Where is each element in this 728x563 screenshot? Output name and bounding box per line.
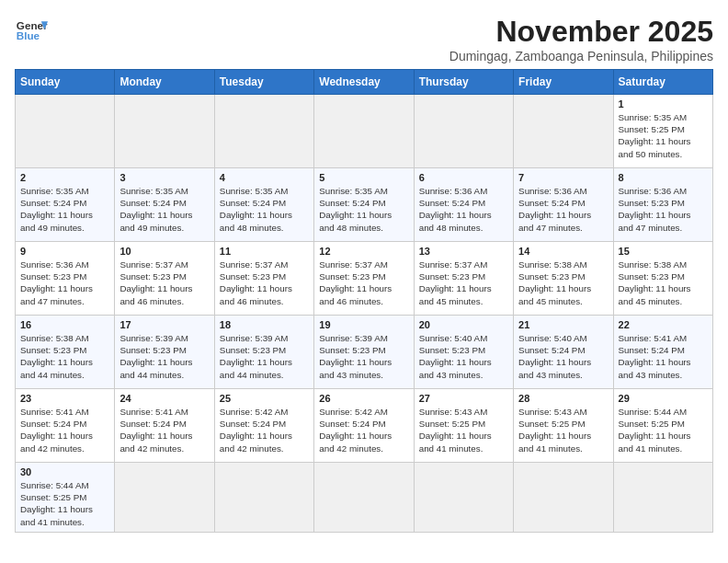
- calendar-cell: [314, 95, 414, 168]
- weekday-header-tuesday: Tuesday: [214, 70, 313, 95]
- calendar-week-3: 9Sunrise: 5:36 AM Sunset: 5:23 PM Daylig…: [16, 242, 713, 316]
- day-number: 20: [419, 319, 508, 330]
- day-number: 15: [619, 246, 708, 257]
- calendar-cell: 7Sunrise: 5:36 AM Sunset: 5:24 PM Daylig…: [514, 168, 613, 242]
- day-number: 13: [419, 246, 508, 257]
- calendar-cell: [613, 463, 712, 533]
- day-number: 22: [619, 319, 708, 330]
- calendar-cell: 9Sunrise: 5:36 AM Sunset: 5:23 PM Daylig…: [16, 242, 115, 316]
- calendar-cell: 21Sunrise: 5:40 AM Sunset: 5:24 PM Dayli…: [514, 316, 613, 389]
- day-info: Sunrise: 5:38 AM Sunset: 5:23 PM Dayligh…: [20, 332, 109, 381]
- day-info: Sunrise: 5:39 AM Sunset: 5:23 PM Dayligh…: [119, 332, 209, 381]
- calendar-cell: [214, 463, 313, 533]
- day-number: 23: [20, 393, 109, 404]
- day-number: 1: [619, 98, 708, 109]
- calendar-cell: 8Sunrise: 5:36 AM Sunset: 5:23 PM Daylig…: [613, 168, 712, 242]
- day-info: Sunrise: 5:36 AM Sunset: 5:24 PM Dayligh…: [419, 185, 508, 234]
- calendar-cell: 19Sunrise: 5:39 AM Sunset: 5:23 PM Dayli…: [314, 316, 414, 389]
- calendar-cell: 3Sunrise: 5:35 AM Sunset: 5:24 PM Daylig…: [115, 168, 214, 242]
- day-info: Sunrise: 5:40 AM Sunset: 5:24 PM Dayligh…: [518, 332, 608, 381]
- calendar-cell: 27Sunrise: 5:43 AM Sunset: 5:25 PM Dayli…: [414, 389, 513, 463]
- day-info: Sunrise: 5:37 AM Sunset: 5:23 PM Dayligh…: [220, 259, 309, 307]
- day-number: 24: [119, 393, 209, 404]
- day-info: Sunrise: 5:41 AM Sunset: 5:24 PM Dayligh…: [119, 406, 209, 454]
- calendar-cell: 14Sunrise: 5:38 AM Sunset: 5:23 PM Dayli…: [514, 242, 613, 316]
- calendar-cell: 13Sunrise: 5:37 AM Sunset: 5:23 PM Dayli…: [414, 242, 513, 316]
- calendar-cell: 2Sunrise: 5:35 AM Sunset: 5:24 PM Daylig…: [16, 168, 115, 242]
- calendar-cell: 10Sunrise: 5:37 AM Sunset: 5:23 PM Dayli…: [115, 242, 214, 316]
- calendar-cell: 4Sunrise: 5:35 AM Sunset: 5:24 PM Daylig…: [214, 168, 313, 242]
- calendar-cell: 25Sunrise: 5:42 AM Sunset: 5:24 PM Dayli…: [214, 389, 313, 463]
- calendar-week-5: 23Sunrise: 5:41 AM Sunset: 5:24 PM Dayli…: [16, 389, 713, 463]
- calendar-cell: [514, 463, 613, 533]
- calendar-cell: [414, 463, 513, 533]
- weekday-header-saturday: Saturday: [613, 70, 712, 95]
- day-number: 7: [518, 172, 608, 183]
- day-number: 16: [20, 319, 109, 330]
- calendar-cell: [314, 463, 414, 533]
- calendar-cell: [115, 95, 214, 168]
- weekday-header-monday: Monday: [115, 70, 214, 95]
- day-number: 5: [319, 172, 408, 183]
- page-header: General Blue November 2025 Dumingag, Zam…: [15, 15, 713, 63]
- calendar-cell: 24Sunrise: 5:41 AM Sunset: 5:24 PM Dayli…: [115, 389, 214, 463]
- day-number: 12: [319, 246, 408, 257]
- calendar-cell: 20Sunrise: 5:40 AM Sunset: 5:23 PM Dayli…: [414, 316, 513, 389]
- calendar-cell: 26Sunrise: 5:42 AM Sunset: 5:24 PM Dayli…: [314, 389, 414, 463]
- calendar-week-6: 30Sunrise: 5:44 AM Sunset: 5:25 PM Dayli…: [16, 463, 713, 533]
- day-info: Sunrise: 5:42 AM Sunset: 5:24 PM Dayligh…: [319, 406, 408, 454]
- calendar-cell: 1Sunrise: 5:35 AM Sunset: 5:25 PM Daylig…: [613, 95, 712, 168]
- calendar-cell: 18Sunrise: 5:39 AM Sunset: 5:23 PM Dayli…: [214, 316, 313, 389]
- day-number: 21: [518, 319, 608, 330]
- day-number: 17: [119, 319, 209, 330]
- day-number: 4: [220, 172, 309, 183]
- day-number: 26: [319, 393, 408, 404]
- day-number: 30: [20, 466, 109, 477]
- calendar-cell: 17Sunrise: 5:39 AM Sunset: 5:23 PM Dayli…: [115, 316, 214, 389]
- day-info: Sunrise: 5:36 AM Sunset: 5:24 PM Dayligh…: [518, 185, 608, 234]
- title-block: November 2025 Dumingag, Zamboanga Penins…: [449, 15, 713, 63]
- calendar-week-2: 2Sunrise: 5:35 AM Sunset: 5:24 PM Daylig…: [16, 168, 713, 242]
- day-info: Sunrise: 5:37 AM Sunset: 5:23 PM Dayligh…: [319, 259, 408, 307]
- day-info: Sunrise: 5:35 AM Sunset: 5:24 PM Dayligh…: [20, 185, 109, 234]
- calendar-cell: 12Sunrise: 5:37 AM Sunset: 5:23 PM Dayli…: [314, 242, 414, 316]
- calendar-cell: 29Sunrise: 5:44 AM Sunset: 5:25 PM Dayli…: [613, 389, 712, 463]
- calendar-cell: 11Sunrise: 5:37 AM Sunset: 5:23 PM Dayli…: [214, 242, 313, 316]
- day-number: 14: [518, 246, 608, 257]
- day-info: Sunrise: 5:38 AM Sunset: 5:23 PM Dayligh…: [518, 259, 608, 307]
- day-info: Sunrise: 5:44 AM Sunset: 5:25 PM Dayligh…: [20, 479, 109, 528]
- day-info: Sunrise: 5:37 AM Sunset: 5:23 PM Dayligh…: [419, 259, 508, 307]
- day-info: Sunrise: 5:43 AM Sunset: 5:25 PM Dayligh…: [518, 406, 608, 454]
- day-number: 8: [619, 172, 708, 183]
- day-number: 10: [119, 246, 209, 257]
- day-info: Sunrise: 5:35 AM Sunset: 5:24 PM Dayligh…: [119, 185, 209, 234]
- day-info: Sunrise: 5:41 AM Sunset: 5:24 PM Dayligh…: [20, 406, 109, 454]
- calendar-cell: [514, 95, 613, 168]
- day-number: 6: [419, 172, 508, 183]
- calendar-cell: 23Sunrise: 5:41 AM Sunset: 5:24 PM Dayli…: [16, 389, 115, 463]
- day-info: Sunrise: 5:43 AM Sunset: 5:25 PM Dayligh…: [419, 406, 508, 454]
- weekday-header-thursday: Thursday: [414, 70, 513, 95]
- day-info: Sunrise: 5:38 AM Sunset: 5:23 PM Dayligh…: [619, 259, 708, 307]
- location-title: Dumingag, Zamboanga Peninsula, Philippin…: [449, 49, 713, 63]
- day-info: Sunrise: 5:42 AM Sunset: 5:24 PM Dayligh…: [220, 406, 309, 454]
- day-number: 9: [20, 246, 109, 257]
- logo: General Blue: [15, 15, 48, 48]
- day-number: 3: [119, 172, 209, 183]
- calendar-table: SundayMondayTuesdayWednesdayThursdayFrid…: [15, 69, 713, 533]
- day-number: 27: [419, 393, 508, 404]
- weekday-header-friday: Friday: [514, 70, 613, 95]
- calendar-cell: 30Sunrise: 5:44 AM Sunset: 5:25 PM Dayli…: [16, 463, 115, 533]
- day-info: Sunrise: 5:44 AM Sunset: 5:25 PM Dayligh…: [619, 406, 708, 454]
- day-number: 28: [518, 393, 608, 404]
- calendar-cell: 22Sunrise: 5:41 AM Sunset: 5:24 PM Dayli…: [613, 316, 712, 389]
- day-number: 19: [319, 319, 408, 330]
- month-title: November 2025: [449, 15, 713, 49]
- calendar-cell: [115, 463, 214, 533]
- day-number: 29: [619, 393, 708, 404]
- calendar-cell: 16Sunrise: 5:38 AM Sunset: 5:23 PM Dayli…: [16, 316, 115, 389]
- day-number: 25: [220, 393, 309, 404]
- day-info: Sunrise: 5:39 AM Sunset: 5:23 PM Dayligh…: [220, 332, 309, 381]
- day-info: Sunrise: 5:36 AM Sunset: 5:23 PM Dayligh…: [619, 185, 708, 234]
- calendar-cell: 15Sunrise: 5:38 AM Sunset: 5:23 PM Dayli…: [613, 242, 712, 316]
